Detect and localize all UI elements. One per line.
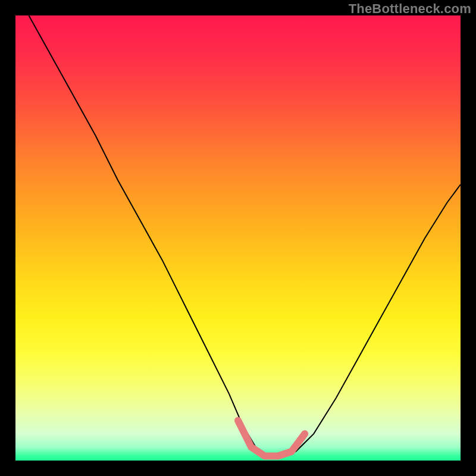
chart-svg-layer xyxy=(15,15,461,461)
chart-frame: TheBottleneck.com xyxy=(0,0,476,476)
watermark-text: TheBottleneck.com xyxy=(349,1,471,17)
chart-plot-area xyxy=(15,15,461,461)
chart-line-highlight xyxy=(238,421,305,456)
chart-line-curve xyxy=(29,15,461,456)
